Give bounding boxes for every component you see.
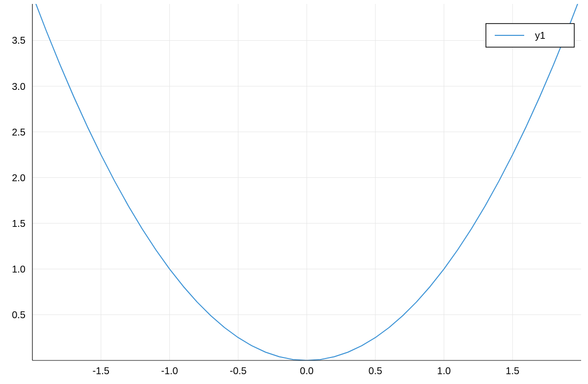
chart-container: -1.5-1.0-0.50.00.51.01.5 0.51.01.52.02.5… <box>0 0 588 384</box>
legend-label-y1: y1 <box>535 30 545 41</box>
x-tick-label: -0.5 <box>230 365 246 376</box>
x-tick-label: 0.0 <box>300 365 314 376</box>
line-chart: -1.5-1.0-0.50.00.51.01.5 0.51.01.52.02.5… <box>0 0 588 384</box>
y-tick-labels: 0.51.01.52.02.53.03.5 <box>12 35 26 320</box>
y-tick-label: 3.0 <box>12 81 26 92</box>
y-tick-label: 0.5 <box>12 309 26 320</box>
y-tick-label: 2.0 <box>12 172 26 183</box>
x-tick-label: 1.5 <box>506 365 519 376</box>
y-tick-label: 1.0 <box>12 264 26 274</box>
y-tick-label: 1.5 <box>12 218 26 229</box>
y-tick-label: 3.5 <box>12 35 26 46</box>
x-tick-label: 1.0 <box>437 365 451 376</box>
y-tick-label: 2.5 <box>12 127 26 137</box>
x-tick-label: -1.0 <box>161 365 178 376</box>
legend: y1 <box>486 24 574 47</box>
x-tick-label: -1.5 <box>93 365 109 376</box>
x-tick-label: 0.5 <box>369 365 382 376</box>
x-tick-labels: -1.5-1.0-0.50.00.51.01.5 <box>93 365 520 376</box>
